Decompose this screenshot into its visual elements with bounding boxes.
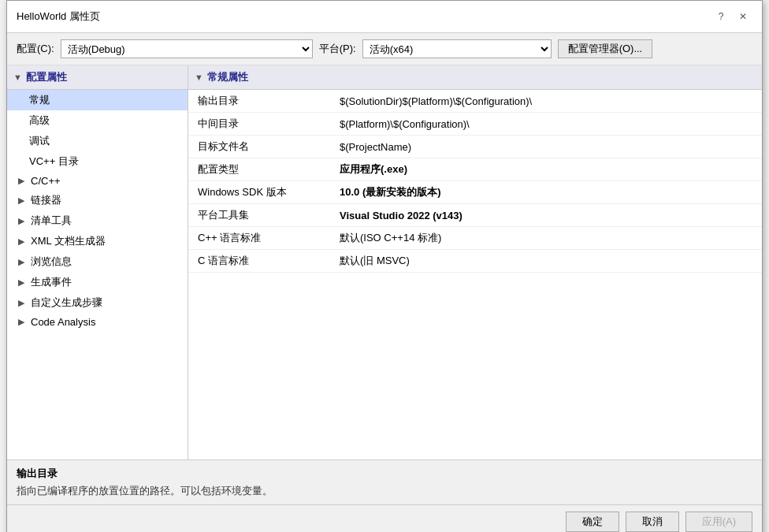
nav-group-build-events[interactable]: ▶生成事件 <box>7 272 188 292</box>
apply-button[interactable]: 应用(A) <box>685 512 752 532</box>
prop-value: 默认(旧 MSVC) <box>330 250 762 273</box>
titlebar-controls: ? ✕ <box>711 7 752 26</box>
chevron-icon: ▶ <box>18 216 28 226</box>
right-panel-title: 常规属性 <box>207 70 248 84</box>
footer: 确定 取消 应用(A) <box>7 504 762 532</box>
prop-name: 目标文件名 <box>188 136 330 158</box>
prop-value: 10.0 (最新安装的版本) <box>330 181 762 204</box>
prop-value: $(SolutionDir)$(Platform)\$(Configuratio… <box>330 90 762 113</box>
nav-group-label: XML 文档生成器 <box>31 234 106 248</box>
prop-name: Windows SDK 版本 <box>188 181 330 204</box>
properties-dialog: HelloWorld 属性页 ? ✕ 配置(C): 活动(Debug) 平台(P… <box>6 0 763 532</box>
table-row[interactable]: C 语言标准默认(旧 MSVC) <box>188 250 762 273</box>
expand-icon: ▼ <box>13 73 23 82</box>
prop-value: $(Platform)\$(Configuration)\ <box>330 113 762 136</box>
nav-group-label: 链接器 <box>31 193 61 207</box>
help-button[interactable]: ? <box>711 7 730 26</box>
table-row[interactable]: Windows SDK 版本10.0 (最新安装的版本) <box>188 181 762 204</box>
ok-button[interactable]: 确定 <box>566 512 619 532</box>
platform-select[interactable]: 活动(x64) <box>362 39 552 58</box>
prop-name: 平台工具集 <box>188 204 330 227</box>
table-row[interactable]: 平台工具集Visual Studio 2022 (v143) <box>188 204 762 227</box>
nav-group-linker[interactable]: ▶链接器 <box>7 190 188 210</box>
right-panel-header: ▼ 常规属性 <box>188 65 762 90</box>
table-row[interactable]: 目标文件名$(ProjectName) <box>188 136 762 158</box>
prop-name: 输出目录 <box>188 90 330 113</box>
chevron-icon: ▶ <box>18 298 28 308</box>
prop-name: 中间目录 <box>188 113 330 136</box>
property-table: 输出目录$(SolutionDir)$(Platform)\$(Configur… <box>188 90 762 273</box>
nav-group-manifest-tool[interactable]: ▶清单工具 <box>7 210 188 231</box>
nav-group-label: C/C++ <box>31 175 61 187</box>
description-text: 指向已编译程序的放置位置的路径。可以包括环境变量。 <box>17 484 752 498</box>
left-panel-title: 配置属性 <box>26 70 67 84</box>
close-button[interactable]: ✕ <box>734 7 752 26</box>
prop-name: C++ 语言标准 <box>188 227 330 250</box>
cancel-button[interactable]: 取消 <box>626 512 679 532</box>
config-manager-button[interactable]: 配置管理器(O)... <box>558 39 653 58</box>
table-row[interactable]: 输出目录$(SolutionDir)$(Platform)\$(Configur… <box>188 90 762 113</box>
description-title: 输出目录 <box>17 467 752 481</box>
nav-group-custom-build[interactable]: ▶自定义生成步骤 <box>7 292 188 313</box>
prop-name: C 语言标准 <box>188 250 330 273</box>
table-row[interactable]: 配置类型应用程序(.exe) <box>188 158 762 181</box>
left-panel-header: ▼ 配置属性 <box>7 65 188 90</box>
chevron-icon: ▶ <box>18 257 28 267</box>
nav-group-code-analysis[interactable]: ▶Code Analysis <box>7 313 188 331</box>
description-panel: 输出目录 指向已编译程序的放置位置的路径。可以包括环境变量。 <box>7 459 762 504</box>
chevron-icon: ▶ <box>18 195 28 206</box>
nav-item-vc-dirs[interactable]: VC++ 目录 <box>7 151 188 172</box>
prop-value: $(ProjectName) <box>330 136 762 158</box>
nav-item-debug[interactable]: 调试 <box>7 131 188 151</box>
prop-value: 默认(ISO C++14 标准) <box>330 227 762 250</box>
config-select[interactable]: 活动(Debug) <box>61 39 313 58</box>
expand-icon-right: ▼ <box>195 73 204 82</box>
config-label: 配置(C): <box>17 42 54 56</box>
nav-item-general[interactable]: 常规 <box>7 90 188 110</box>
table-row[interactable]: 中间目录$(Platform)\$(Configuration)\ <box>188 113 762 136</box>
nav-group-label: 清单工具 <box>31 214 72 228</box>
prop-name: 配置类型 <box>188 158 330 181</box>
nav-group-label: 生成事件 <box>31 275 72 289</box>
nav-list: 常规高级调试VC++ 目录▶C/C++▶链接器▶清单工具▶XML 文档生成器▶浏… <box>7 90 188 331</box>
toolbar: 配置(C): 活动(Debug) 平台(P): 活动(x64) 配置管理器(O)… <box>7 33 762 65</box>
nav-group-browse-info[interactable]: ▶浏览信息 <box>7 251 188 272</box>
chevron-icon: ▶ <box>18 236 28 247</box>
prop-value: 应用程序(.exe) <box>330 158 762 181</box>
chevron-icon: ▶ <box>18 277 28 288</box>
titlebar: HelloWorld 属性页 ? ✕ <box>7 1 762 33</box>
table-row[interactable]: C++ 语言标准默认(ISO C++14 标准) <box>188 227 762 250</box>
platform-label: 平台(P): <box>319 42 356 56</box>
nav-group-xml-doc[interactable]: ▶XML 文档生成器 <box>7 231 188 251</box>
nav-group-cpp[interactable]: ▶C/C++ <box>7 172 188 190</box>
nav-group-label: Code Analysis <box>31 316 95 328</box>
main-content: ▼ 配置属性 常规高级调试VC++ 目录▶C/C++▶链接器▶清单工具▶XML … <box>7 65 762 459</box>
chevron-icon: ▶ <box>18 317 28 327</box>
left-panel: ▼ 配置属性 常规高级调试VC++ 目录▶C/C++▶链接器▶清单工具▶XML … <box>7 65 188 459</box>
prop-value: Visual Studio 2022 (v143) <box>330 204 762 227</box>
right-panel: ▼ 常规属性 输出目录$(SolutionDir)$(Platform)\$(C… <box>188 65 762 459</box>
dialog-title: HelloWorld 属性页 <box>17 9 100 24</box>
nav-item-advanced[interactable]: 高级 <box>7 110 188 131</box>
nav-group-label: 自定义生成步骤 <box>31 296 102 310</box>
nav-group-label: 浏览信息 <box>31 255 72 269</box>
chevron-icon: ▶ <box>18 176 28 186</box>
